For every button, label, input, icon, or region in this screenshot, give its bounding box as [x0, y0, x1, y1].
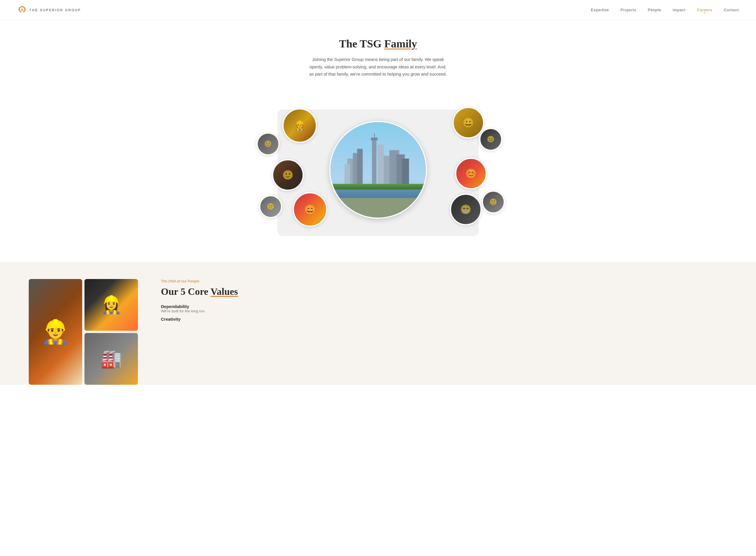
nav-contact[interactable]: Contact [724, 8, 739, 12]
logo[interactable]: The Superior Group [17, 5, 81, 15]
person-photo-8: 😊 [455, 158, 487, 189]
bottom-photo-woman: 👷‍♀️ [84, 279, 138, 331]
svg-rect-1 [372, 139, 376, 189]
person-photo-6: 😀 [453, 107, 484, 139]
values-label: The DNA of our People [161, 279, 739, 283]
woman-photo-placeholder: 👷‍♀️ [84, 279, 138, 331]
worker-photo-placeholder: 👷‍♂️ [29, 279, 82, 385]
person-photo-5: 😄 [293, 192, 327, 227]
value-dependability-name: Dependability [161, 304, 739, 309]
svg-rect-14 [331, 184, 426, 189]
hero-description: Joining the Superior Group means being p… [309, 56, 447, 78]
bottom-photo-worker: 👷‍♂️ [29, 279, 82, 385]
person-photo-9: 😁 [450, 194, 482, 225]
logo-text: The Superior Group [29, 8, 81, 12]
value-dependability-desc: We're built for the long run. [161, 309, 739, 313]
nav-impact[interactable]: Impact [673, 8, 686, 12]
person-photo-2: 😊 [256, 133, 280, 155]
value-creativity-name: Creativity [161, 317, 739, 321]
svg-rect-3 [374, 133, 375, 139]
nav-expertise[interactable]: Expertise [591, 8, 609, 12]
values-title-highlight: Values [211, 286, 238, 297]
nav-careers[interactable]: Careers [697, 8, 712, 12]
nav-people[interactable]: People [648, 8, 661, 12]
value-creativity: Creativity [161, 317, 739, 321]
main-nav: Expertise Projects People Impact Careers… [591, 8, 739, 12]
city-image [329, 121, 427, 219]
values-section: The DNA of our People Our 5 Core Values … [138, 279, 756, 385]
hero-title: The TSG Family [6, 37, 750, 50]
hero-title-start: The TSG [339, 38, 384, 50]
bottom-photos-grid: 👷‍♂️ 👷‍♀️ 🏭 [0, 279, 138, 385]
svg-rect-12 [378, 144, 384, 189]
person-photo-3: 🙂 [272, 159, 304, 191]
photo-cluster: 👷 😊 🙂 🙂 😄 [249, 95, 508, 245]
values-title: Our 5 Core Values [161, 286, 739, 297]
site-header: The Superior Group Expertise Projects Pe… [0, 0, 756, 20]
logo-icon [17, 5, 27, 15]
nav-projects[interactable]: Projects [620, 8, 636, 12]
person-photo-1: 👷 [282, 108, 317, 143]
person-photo-4: 🙂 [259, 195, 282, 218]
hero-title-highlight: Family [384, 38, 417, 50]
bottom-section: 👷‍♂️ 👷‍♀️ 🏭 The DNA of our People Our 5 … [0, 262, 756, 385]
svg-rect-6 [357, 148, 363, 189]
city-skyline-svg [331, 122, 426, 217]
bottom-photo-factory: 🏭 [84, 333, 138, 385]
person-photo-7: 😐 [479, 128, 502, 151]
values-title-start: Our 5 Core [161, 286, 211, 297]
hero-section: The TSG Family Joining the Superior Grou… [0, 20, 756, 90]
factory-photo-placeholder: 🏭 [84, 333, 138, 385]
person-photo-10: 🙂 [482, 190, 505, 213]
value-dependability: Dependability We're built for the long r… [161, 304, 739, 313]
